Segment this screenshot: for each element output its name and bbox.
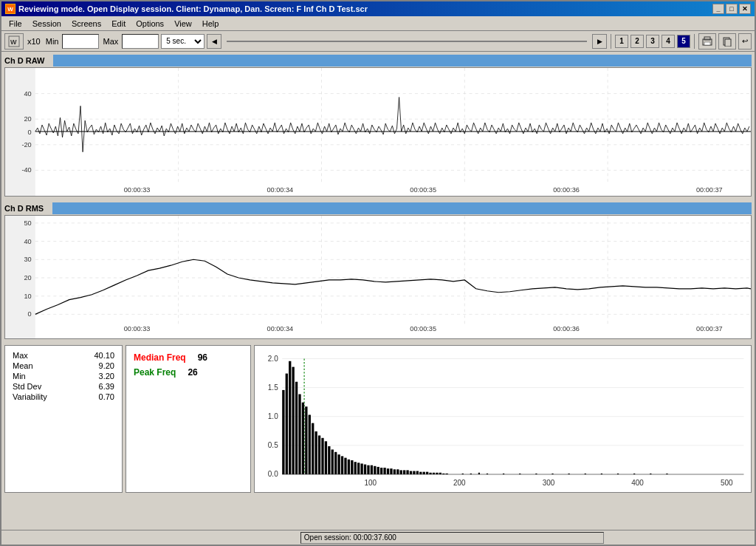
- stat-mean: Mean 9.20: [13, 361, 114, 371]
- duration-select[interactable]: 5 sec. 10 sec. 30 sec.: [161, 34, 205, 49]
- status-text: Open session: 00:00:37.600: [304, 533, 396, 542]
- svg-rect-87: [344, 458, 346, 474]
- copy-button[interactable]: [718, 33, 736, 50]
- raw-chart-svg: 40 20 0 -20 -40 00:00:33 00:00:34 00:00:…: [5, 68, 751, 196]
- rms-chart-label-row: Ch D RMS: [4, 202, 752, 214]
- stat-variability-value: 0.70: [99, 392, 114, 401]
- svg-text:00:00:34: 00:00:34: [267, 186, 294, 194]
- page-4-button[interactable]: 4: [662, 35, 675, 48]
- stat-mean-label: Mean: [13, 361, 33, 370]
- svg-rect-84: [334, 452, 337, 474]
- svg-rect-128: [585, 474, 586, 474]
- svg-rect-109: [416, 471, 419, 474]
- svg-rect-127: [568, 474, 570, 474]
- svg-text:1.5: 1.5: [268, 383, 278, 392]
- svg-text:100: 100: [364, 478, 377, 486]
- toolbar: W x10 Min Max 5 sec. 10 sec. 30 sec. ◀ ▶…: [1, 31, 755, 52]
- stat-max: Max 40.10: [13, 350, 114, 361]
- page-5-button[interactable]: 5: [677, 35, 690, 48]
- page-2-button[interactable]: 2: [630, 35, 644, 48]
- svg-rect-126: [551, 474, 553, 474]
- stat-mean-value: 9.20: [99, 361, 114, 370]
- svg-rect-75: [305, 406, 307, 474]
- svg-rect-116: [439, 473, 441, 474]
- svg-text:2.0: 2.0: [268, 355, 278, 363]
- svg-rect-107: [410, 471, 412, 474]
- svg-rect-110: [419, 472, 422, 474]
- svg-text:300: 300: [543, 478, 555, 486]
- svg-text:00:00:35: 00:00:35: [410, 186, 436, 194]
- svg-text:-40: -40: [21, 166, 31, 174]
- svg-rect-88: [348, 460, 350, 474]
- stat-stddev: Std Dev 6.39: [13, 381, 114, 392]
- menu-options[interactable]: Options: [131, 18, 168, 30]
- undo-button[interactable]: ↩: [738, 33, 752, 50]
- close-button[interactable]: ✕: [739, 4, 751, 14]
- svg-rect-76: [309, 414, 311, 474]
- print-button[interactable]: [698, 33, 716, 50]
- svg-text:0: 0: [28, 129, 32, 136]
- maximize-button[interactable]: □: [726, 4, 738, 14]
- rms-chart-section: Ch D RMS: [1, 199, 755, 344]
- status-bar: Open session: 00:00:37.600: [1, 530, 755, 545]
- separator2: [694, 34, 695, 49]
- x10-label: x10: [26, 37, 42, 46]
- freq-panel: Median Freq 96 Peak Freq 26: [126, 345, 251, 493]
- raw-chart-container[interactable]: 40 20 0 -20 -40 00:00:33 00:00:34 00:00:…: [4, 67, 752, 197]
- max-input[interactable]: [122, 34, 159, 49]
- svg-rect-86: [341, 456, 343, 474]
- svg-text:00:00:36: 00:00:36: [553, 186, 580, 194]
- spectrum-svg: 2.0 1.5 1.0 0.5 0.0 100 200 300 400: [258, 349, 748, 489]
- menu-help[interactable]: Help: [198, 18, 224, 30]
- rms-chart-container[interactable]: 50 40 30 20 10 0 00:00:33 00:00:34 00:00…: [4, 215, 752, 339]
- svg-rect-85: [337, 454, 340, 474]
- menu-view[interactable]: View: [170, 18, 196, 30]
- svg-rect-95: [371, 465, 373, 474]
- svg-rect-133: [666, 474, 667, 474]
- svg-rect-124: [519, 474, 520, 474]
- svg-rect-90: [354, 462, 357, 474]
- svg-rect-89: [351, 460, 353, 474]
- page-1-button[interactable]: 1: [615, 35, 628, 48]
- svg-text:20: 20: [24, 274, 32, 281]
- main-window: W Reviewing mode. Open Display session. …: [0, 0, 756, 546]
- svg-rect-101: [390, 468, 392, 474]
- svg-rect-122: [487, 474, 488, 474]
- toolbar-icon-btn[interactable]: W: [4, 33, 24, 50]
- svg-rect-68: [282, 390, 284, 474]
- svg-text:200: 200: [453, 478, 466, 486]
- svg-rect-93: [364, 465, 366, 474]
- svg-rect-6: [725, 39, 731, 47]
- nav-right-button[interactable]: ▶: [592, 34, 607, 49]
- menu-file[interactable]: File: [4, 18, 27, 30]
- stats-panel: Max 40.10 Mean 9.20 Min 3.20 Std Dev 6.3…: [4, 345, 123, 493]
- menu-edit[interactable]: Edit: [107, 18, 130, 30]
- svg-rect-98: [380, 468, 382, 474]
- menu-session[interactable]: Session: [28, 18, 66, 30]
- page-3-button[interactable]: 3: [646, 35, 659, 48]
- rms-chart-header-bar: [52, 202, 752, 214]
- svg-rect-102: [394, 469, 396, 474]
- svg-text:0: 0: [28, 310, 32, 318]
- svg-rect-123: [503, 474, 504, 474]
- svg-rect-132: [650, 474, 651, 474]
- svg-rect-125: [535, 474, 537, 474]
- min-input[interactable]: [62, 34, 99, 49]
- stat-min: Min 3.20: [13, 371, 114, 381]
- svg-rect-106: [406, 470, 408, 474]
- nav-left-button[interactable]: ◀: [207, 34, 221, 49]
- median-freq-value: 96: [198, 352, 207, 363]
- minimize-button[interactable]: _: [712, 4, 724, 14]
- menu-screens[interactable]: Screens: [67, 18, 106, 30]
- stat-stddev-value: 6.39: [99, 382, 114, 391]
- raw-chart-section: Ch D RAW: [1, 52, 755, 199]
- peak-freq-value: 26: [188, 367, 197, 378]
- svg-rect-114: [433, 473, 435, 474]
- menu-bar: File Session Screens Edit Options View H…: [1, 16, 755, 31]
- scrubber-track[interactable]: [227, 41, 587, 42]
- svg-text:0.0: 0.0: [268, 470, 278, 478]
- stat-variability: Variability 0.70: [13, 392, 114, 402]
- bottom-section: Max 40.10 Mean 9.20 Min 3.20 Std Dev 6.3…: [1, 344, 755, 494]
- spectrum-panel: 2.0 1.5 1.0 0.5 0.0 100 200 300 400: [254, 345, 752, 493]
- svg-rect-97: [377, 467, 379, 474]
